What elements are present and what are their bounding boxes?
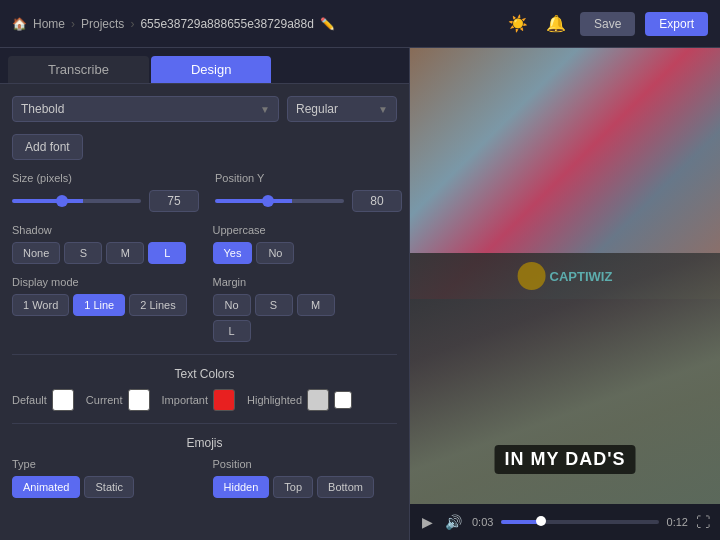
display-1word-btn[interactable]: 1 Word	[12, 294, 69, 316]
emoji-type-btn-group: Animated Static	[12, 476, 197, 498]
breadcrumb: 🏠 Home › Projects › 655e38729a888655e387…	[12, 17, 335, 31]
emoji-animated-btn[interactable]: Animated	[12, 476, 80, 498]
display-2lines-btn[interactable]: 2 Lines	[129, 294, 186, 316]
add-font-row: Add font	[12, 134, 397, 160]
size-label: Size (pixels)	[12, 172, 199, 184]
position-y-label: Position Y	[215, 172, 402, 184]
display-mode-btn-group: 1 Word 1 Line 2 Lines	[12, 294, 197, 316]
margin-label: Margin	[213, 276, 398, 288]
divider2	[12, 423, 397, 424]
divider1	[12, 354, 397, 355]
size-group: Size (pixels) 75	[12, 172, 199, 212]
projects-label[interactable]: Projects	[81, 17, 124, 31]
uppercase-label: Uppercase	[213, 224, 398, 236]
export-button[interactable]: Export	[645, 12, 708, 36]
current-color-swatch[interactable]	[128, 389, 150, 411]
video-watermark: CAPTIWIZ	[518, 262, 613, 290]
play-button[interactable]: ▶	[420, 512, 435, 532]
text-colors-section: Text Colors Default Current Important	[12, 367, 397, 411]
video-subtitle: IN MY DAD'S	[495, 445, 636, 474]
display-1line-btn[interactable]: 1 Line	[73, 294, 125, 316]
time-total: 0:12	[667, 516, 688, 528]
margin-l-btn[interactable]: L	[213, 320, 251, 342]
shadow-l-btn[interactable]: L	[148, 242, 186, 264]
shadow-none-btn[interactable]: None	[12, 242, 60, 264]
display-mode-group: Display mode 1 Word 1 Line 2 Lines	[12, 276, 197, 342]
margin-no-btn[interactable]: No	[213, 294, 251, 316]
time-current: 0:03	[472, 516, 493, 528]
position-y-slider[interactable]	[215, 199, 344, 203]
sep2: ›	[130, 17, 134, 31]
default-color-item: Default	[12, 389, 74, 411]
font-style-select[interactable]: Regular ▼	[287, 96, 397, 122]
size-input[interactable]: 75	[149, 190, 199, 212]
size-slider[interactable]	[12, 199, 141, 203]
chevron-down-icon: ▼	[260, 104, 270, 115]
emoji-hidden-btn[interactable]: Hidden	[213, 476, 270, 498]
progress-bar[interactable]	[501, 520, 658, 524]
edit-icon[interactable]: ✏️	[320, 17, 335, 31]
chevron-down-icon2: ▼	[378, 104, 388, 115]
important-color-item: Important	[162, 389, 235, 411]
position-y-input[interactable]: 80	[352, 190, 402, 212]
watermark-logo-icon	[518, 262, 546, 290]
emojis-section: Emojis Type Animated Static Position Hid…	[0, 436, 409, 510]
margin-btn-group-row1: No S M	[213, 294, 398, 316]
tab-transcribe[interactable]: Transcribe	[8, 56, 149, 83]
margin-s-btn[interactable]: S	[255, 294, 293, 316]
video-controls: ▶ 🔊 0:03 0:12 ⛶	[410, 504, 720, 540]
margin-m-btn[interactable]: M	[297, 294, 335, 316]
shadow-label: Shadow	[12, 224, 197, 236]
emoji-position-btn-group: Hidden Top Bottom	[213, 476, 398, 498]
font-family-value: Thebold	[21, 102, 64, 116]
default-color-swatch[interactable]	[52, 389, 74, 411]
uppercase-no-btn[interactable]: No	[256, 242, 294, 264]
position-y-group: Position Y 80	[215, 172, 402, 212]
notification-icon[interactable]: 🔔	[542, 10, 570, 37]
emoji-top-btn[interactable]: Top	[273, 476, 313, 498]
highlighted-color-swatch[interactable]	[307, 389, 329, 411]
header: 🏠 Home › Projects › 655e38729a888655e387…	[0, 0, 720, 48]
emoji-position-label: Position	[213, 458, 398, 470]
display-mode-label: Display mode	[12, 276, 197, 288]
font-row: Thebold ▼ Regular ▼	[12, 96, 397, 122]
emoji-type-group: Type Animated Static	[12, 458, 197, 498]
tabs-bar: Transcribe Design	[0, 48, 409, 84]
colors-row: Default Current Important Highlighted	[12, 389, 397, 411]
uppercase-yes-btn[interactable]: Yes	[213, 242, 253, 264]
volume-icon[interactable]: 🔊	[443, 512, 464, 532]
display-margin-row: Display mode 1 Word 1 Line 2 Lines Margi…	[12, 276, 397, 342]
important-color-swatch[interactable]	[213, 389, 235, 411]
header-actions: ☀️ 🔔 Save Export	[504, 10, 708, 37]
shadow-group: Shadow None S M L	[12, 224, 197, 264]
add-font-button[interactable]: Add font	[12, 134, 83, 160]
brightness-icon[interactable]: ☀️	[504, 10, 532, 37]
fullscreen-button[interactable]: ⛶	[696, 514, 710, 530]
font-family-select[interactable]: Thebold ▼	[12, 96, 279, 122]
emojis-controls: Type Animated Static Position Hidden Top…	[12, 458, 397, 498]
shadow-s-btn[interactable]: S	[64, 242, 102, 264]
current-color-label: Current	[86, 394, 123, 406]
emoji-type-label: Type	[12, 458, 197, 470]
video-still: CAPTIWIZ IN MY DAD'S	[410, 48, 720, 504]
progress-dot	[536, 516, 546, 526]
highlighted-extra-swatch[interactable]	[334, 391, 352, 409]
emoji-static-btn[interactable]: Static	[84, 476, 134, 498]
save-button[interactable]: Save	[580, 12, 635, 36]
shadow-m-btn[interactable]: M	[106, 242, 144, 264]
left-panel: Transcribe Design Thebold ▼ Regular ▼ Ad…	[0, 48, 410, 540]
default-color-label: Default	[12, 394, 47, 406]
emoji-position-group: Position Hidden Top Bottom	[213, 458, 398, 498]
home-label[interactable]: Home	[33, 17, 65, 31]
right-panel: CAPTIWIZ IN MY DAD'S ▶ 🔊 0:03 0:12 ⛶	[410, 48, 720, 540]
tab-design[interactable]: Design	[151, 56, 271, 83]
shadow-btn-group: None S M L	[12, 242, 197, 264]
size-position-row: Size (pixels) 75 Position Y 80	[12, 172, 397, 212]
emoji-bottom-btn[interactable]: Bottom	[317, 476, 374, 498]
highlighted-color-item: Highlighted	[247, 389, 352, 411]
important-color-label: Important	[162, 394, 208, 406]
position-y-slider-row: 80	[215, 190, 402, 212]
uppercase-group: Uppercase Yes No	[213, 224, 398, 264]
project-id: 655e38729a888655e38729a88d	[140, 17, 314, 31]
uppercase-btn-group: Yes No	[213, 242, 398, 264]
